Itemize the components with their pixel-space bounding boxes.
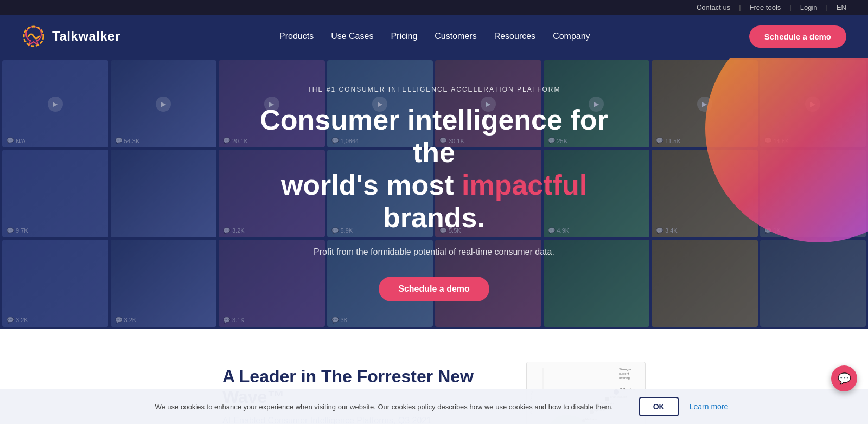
svg-text:Stronger: Stronger xyxy=(619,368,631,371)
top-utility-bar: Contact us | Free tools | Login | EN xyxy=(0,0,868,15)
grid-cell: 💬3.2K xyxy=(111,240,217,327)
grid-cell xyxy=(652,240,758,327)
nav-item-resources[interactable]: Resources xyxy=(494,31,535,41)
grid-cell-stat: 💬3.2K xyxy=(115,317,137,324)
schedule-demo-hero-button[interactable]: Schedule a demo xyxy=(379,277,489,301)
cookie-text: We use cookies to enhance your experienc… xyxy=(140,403,628,411)
language-selector[interactable]: EN xyxy=(837,3,846,11)
nav-link-use-cases[interactable]: Use Cases xyxy=(331,31,373,41)
nav-link-products[interactable]: Products xyxy=(279,31,314,41)
cookie-learn-more-button[interactable]: Learn more xyxy=(690,402,729,411)
hero-title: Consumer intelligence for the world's mo… xyxy=(255,104,613,234)
free-tools-link[interactable]: Free tools xyxy=(750,3,781,11)
grid-cell-stat: 💬3.2K xyxy=(223,227,245,234)
grid-cell: ▶💬54.3K xyxy=(111,60,217,147)
grid-cell-stat: 💬3.2K xyxy=(7,317,28,324)
main-navbar: Talkwalker Products Use Cases Pricing Cu… xyxy=(0,15,868,58)
logo-group: Talkwalker xyxy=(22,24,120,48)
grid-cell: 💬9.7K xyxy=(2,150,108,237)
svg-text:offering: offering xyxy=(619,376,630,380)
talkwalker-logo-icon xyxy=(22,24,46,48)
nav-item-products[interactable]: Products xyxy=(279,31,314,41)
hero-title-line1: Consumer intelligence for the xyxy=(260,104,608,168)
cookie-banner: We use cookies to enhance your experienc… xyxy=(0,389,868,424)
nav-link-company[interactable]: Company xyxy=(553,31,590,41)
contact-link[interactable]: Contact us xyxy=(697,3,730,11)
nav-link-resources[interactable]: Resources xyxy=(494,31,535,41)
grid-cell-stat: 💬9.7K xyxy=(7,227,28,234)
nav-item-use-cases[interactable]: Use Cases xyxy=(331,31,373,41)
nav-link-customers[interactable]: Customers xyxy=(435,31,476,41)
navbar-right: Schedule a demo xyxy=(749,25,846,48)
hero-title-line2-end: brands. xyxy=(383,202,485,233)
logo-text: Talkwalker xyxy=(52,29,120,44)
nav-list: Products Use Cases Pricing Customers Res… xyxy=(279,31,590,41)
grid-cell-stat: 💬3K xyxy=(331,317,348,324)
nav-item-company[interactable]: Company xyxy=(553,31,590,41)
hero-content: THE #1 CONSUMER INTELLIGENCE ACCELERATIO… xyxy=(244,86,624,301)
svg-text:current: current xyxy=(619,372,629,375)
hero-title-line2-start: world's most xyxy=(281,169,462,201)
nav-link-pricing[interactable]: Pricing xyxy=(391,31,417,41)
schedule-demo-nav-button[interactable]: Schedule a demo xyxy=(749,25,846,48)
grid-cell-stat: 💬3.4K xyxy=(656,227,678,234)
divider-1: | xyxy=(739,3,741,11)
grid-cell: 💬3.2K xyxy=(2,240,108,327)
grid-cell xyxy=(760,240,866,327)
grid-cell-stat: 💬54.3K xyxy=(115,137,140,144)
hero-eyebrow: THE #1 CONSUMER INTELLIGENCE ACCELERATIO… xyxy=(255,86,613,93)
hero-section: ▶💬N/A▶💬54.3K▶💬20.1K▶💬1,0864▶💬30.1K▶💬25K▶… xyxy=(0,58,868,329)
hero-title-highlight: impactful xyxy=(462,169,587,201)
hero-subtitle: Profit from the formidable potential of … xyxy=(255,247,613,257)
divider-2: | xyxy=(789,3,791,11)
grid-cell-stat: 💬N/A xyxy=(7,137,25,144)
cookie-ok-button[interactable]: OK xyxy=(639,397,679,416)
grid-cell-stat: 💬3.1K xyxy=(223,317,245,324)
chat-icon: 💬 xyxy=(838,372,851,385)
grid-cell xyxy=(111,150,217,237)
login-link[interactable]: Login xyxy=(800,3,818,11)
divider-3: | xyxy=(826,3,828,11)
grid-cell-stat: 💬11.5K xyxy=(656,137,681,144)
nav-item-pricing[interactable]: Pricing xyxy=(391,31,417,41)
grid-cell: ▶💬N/A xyxy=(2,60,108,147)
chat-bubble[interactable]: 💬 xyxy=(831,365,857,391)
nav-item-customers[interactable]: Customers xyxy=(435,31,476,41)
